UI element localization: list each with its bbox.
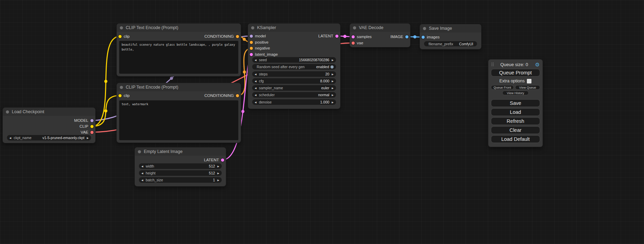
output-slot-conditioning[interactable]: CONDITIONING	[204, 93, 239, 98]
view-queue-button[interactable]: View Queue	[515, 85, 540, 90]
node-title-bar[interactable]: KSampler	[248, 24, 340, 32]
input-dot-samples[interactable]	[352, 35, 355, 38]
prompt-textarea[interactable]: text, watermark	[119, 100, 238, 140]
decrement-arrow-icon[interactable]: ◀	[141, 165, 143, 168]
input-dot-positive[interactable]	[250, 41, 253, 44]
node-vae-decode[interactable]: VAE Decode samples vae IMAGE	[350, 24, 410, 47]
collapse-dot-icon[interactable]	[423, 27, 426, 30]
link-dot-latent-ksampler[interactable]	[343, 35, 346, 38]
widget-cfg[interactable]: ◀ cfg 8.000 ▶	[252, 78, 336, 84]
input-slot-positive[interactable]: positive	[250, 40, 268, 45]
increment-arrow-icon[interactable]: ▶	[332, 87, 334, 89]
input-dot-vae[interactable]	[352, 42, 355, 45]
output-dot-clip[interactable]	[90, 125, 94, 128]
node-save-image[interactable]: Save Image images filename_prefix ComfyU…	[420, 24, 481, 49]
prompt-textarea[interactable]: beautiful scenery nature glass bottle la…	[119, 41, 238, 74]
drag-handle-icon[interactable]	[492, 63, 492, 63]
queue-prompt-button[interactable]: Queue Prompt	[491, 69, 540, 76]
load-button[interactable]: Load	[491, 108, 540, 116]
input-dot-latent-image[interactable]	[250, 53, 253, 56]
collapse-dot-icon[interactable]	[251, 26, 254, 29]
save-button[interactable]: Save	[491, 99, 540, 107]
widget-scheduler[interactable]: ◀ scheduler normal ▶	[252, 92, 336, 98]
output-slot-conditioning[interactable]: CONDITIONING	[204, 34, 239, 39]
link-dot-conditioning-negative[interactable]	[243, 71, 246, 74]
output-slot-clip[interactable]: CLIP	[79, 124, 94, 129]
widget-filename-prefix[interactable]: filename_prefix ComfyUI	[424, 41, 477, 46]
gear-icon[interactable]: ⚙	[535, 62, 540, 67]
input-slot-latent-image[interactable]: latent_image	[250, 52, 278, 57]
output-dot-image[interactable]	[405, 35, 408, 38]
decrement-arrow-icon[interactable]: ◀	[255, 80, 256, 82]
widget-seed[interactable]: ◀ seed 156680208700286 ▶	[252, 57, 336, 63]
output-dot-conditioning[interactable]	[236, 35, 239, 38]
input-slot-clip[interactable]: clip	[118, 93, 130, 98]
decrement-arrow-icon[interactable]: ◀	[255, 94, 256, 96]
clear-button[interactable]: Clear	[491, 126, 540, 134]
toggle-indicator-icon[interactable]	[330, 65, 334, 69]
collapse-dot-icon[interactable]	[6, 110, 9, 114]
link-dot-image[interactable]	[413, 35, 416, 38]
increment-arrow-icon[interactable]: ▶	[218, 165, 219, 168]
output-dot-latent[interactable]	[335, 35, 338, 38]
input-dot-clip[interactable]	[118, 94, 122, 97]
link-dot-model[interactable]	[170, 77, 173, 80]
node-title-bar[interactable]: CLIP Text Encode (Prompt)	[117, 24, 241, 32]
collapse-dot-icon[interactable]	[120, 26, 123, 29]
increment-arrow-icon[interactable]: ▶	[332, 73, 334, 75]
decrement-arrow-icon[interactable]: ◀	[9, 137, 11, 139]
decrement-arrow-icon[interactable]: ◀	[255, 73, 256, 75]
decrement-arrow-icon[interactable]: ◀	[255, 87, 256, 89]
node-ksampler[interactable]: KSampler model positive negative latent_…	[248, 24, 340, 109]
output-slot-image[interactable]: IMAGE	[390, 34, 408, 39]
node-title-bar[interactable]: Load Checkpoint	[3, 108, 95, 116]
node-load-checkpoint[interactable]: Load Checkpoint MODEL CLIP VAE ◀ ckpt_na…	[3, 108, 95, 143]
decrement-arrow-icon[interactable]: ◀	[255, 101, 256, 103]
output-dot-vae[interactable]	[90, 131, 94, 134]
widget-sampler-name[interactable]: ◀ sampler_name euler ▶	[252, 85, 336, 91]
decrement-arrow-icon[interactable]: ◀	[141, 179, 143, 181]
input-slot-images[interactable]: images	[422, 35, 440, 39]
load-default-button[interactable]: Load Default	[491, 135, 540, 143]
input-dot-model[interactable]	[250, 35, 253, 38]
node-title-bar[interactable]: Empty Latent Image	[135, 147, 226, 156]
input-slot-samples[interactable]: samples	[352, 34, 372, 39]
decrement-arrow-icon[interactable]: ◀	[255, 59, 256, 61]
extra-options-checkbox[interactable]	[527, 79, 531, 83]
refresh-button[interactable]: Refresh	[491, 117, 540, 125]
output-slot-latent[interactable]: LATENT	[318, 34, 338, 38]
increment-arrow-icon[interactable]: ▶	[87, 137, 89, 139]
input-dot-negative[interactable]	[250, 47, 253, 50]
widget-denoise[interactable]: ◀ denoise 1.000 ▶	[252, 99, 336, 105]
graph-canvas[interactable]: Load Checkpoint MODEL CLIP VAE ◀ ckpt_na…	[0, 0, 644, 244]
increment-arrow-icon[interactable]: ▶	[332, 94, 334, 96]
output-slot-latent[interactable]: LATENT	[204, 157, 224, 162]
widget-ckpt-name[interactable]: ◀ ckpt_name v1-5-pruned-emaonly.ckpt ▶	[7, 135, 91, 141]
node-empty-latent-image[interactable]: Empty Latent Image LATENT ◀ width 512 ▶ …	[135, 147, 226, 186]
increment-arrow-icon[interactable]: ▶	[218, 179, 219, 181]
increment-arrow-icon[interactable]: ▶	[332, 80, 334, 82]
input-dot-images[interactable]	[422, 36, 425, 39]
collapse-dot-icon[interactable]	[120, 86, 123, 89]
output-slot-vae[interactable]: VAE	[81, 130, 94, 135]
widget-width[interactable]: ◀ width 512 ▶	[139, 163, 222, 169]
output-dot-conditioning[interactable]	[236, 94, 239, 97]
output-dot-latent[interactable]	[221, 159, 224, 162]
queue-front-button[interactable]: Queue Front	[491, 85, 514, 90]
link-dot-clip-positive[interactable]	[104, 80, 107, 83]
input-slot-vae[interactable]: vae	[352, 40, 363, 45]
widget-random-seed-toggle[interactable]: Random seed after every gen enabled	[252, 64, 336, 70]
output-dot-model[interactable]	[90, 119, 94, 122]
link-dot-clip-negative[interactable]	[104, 109, 107, 112]
collapse-dot-icon[interactable]	[138, 150, 141, 153]
node-title-bar[interactable]: CLIP Text Encode (Prompt)	[117, 83, 241, 91]
increment-arrow-icon[interactable]: ▶	[218, 172, 219, 174]
input-slot-negative[interactable]: negative	[250, 46, 270, 51]
widget-height[interactable]: ◀ height 512 ▶	[139, 170, 222, 176]
input-dot-clip[interactable]	[118, 35, 122, 38]
node-clip-text-encode-negative[interactable]: CLIP Text Encode (Prompt) clip CONDITION…	[117, 83, 241, 143]
link-dot-conditioning-positive[interactable]	[243, 38, 246, 41]
link-dot-latent-empty[interactable]	[241, 110, 245, 113]
collapse-dot-icon[interactable]	[353, 26, 356, 29]
node-title-bar[interactable]: Save Image	[420, 24, 481, 33]
